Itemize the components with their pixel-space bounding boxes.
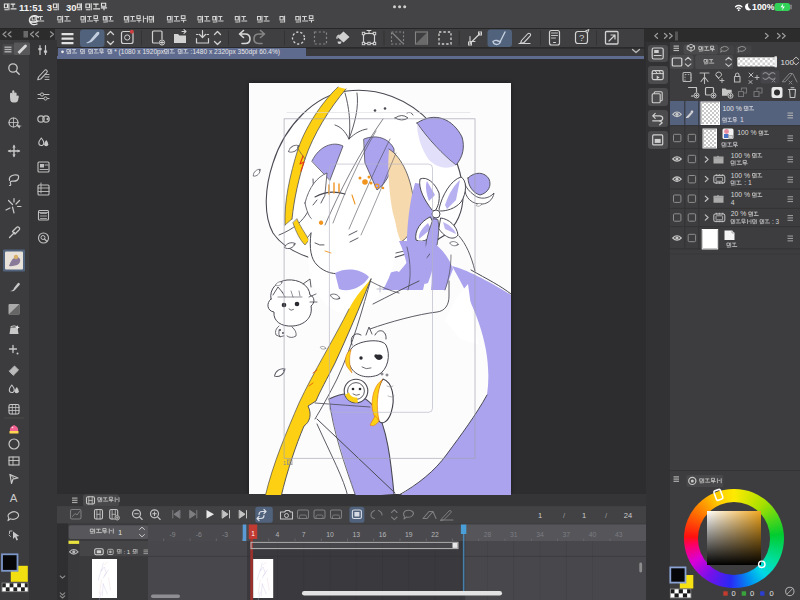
svg-text:4: 4 — [276, 531, 280, 538]
svg-text:-9: -9 — [169, 531, 175, 538]
svg-text:16: 16 — [379, 531, 387, 538]
svg-text:100%: 100% — [752, 2, 775, 12]
svg-text:100 %: 100 % — [731, 172, 750, 179]
svg-text:22: 22 — [431, 531, 439, 538]
svg-text:0: 0 — [770, 589, 774, 598]
svg-text:40: 40 — [589, 531, 597, 538]
svg-text:1: 1 — [251, 530, 255, 537]
svg-text:37: 37 — [562, 531, 570, 538]
svg-text:: 1 :: : 1 : — [123, 548, 134, 555]
svg-text:100 %: 100 % — [737, 129, 756, 136]
svg-text:100 %: 100 % — [731, 191, 750, 198]
svg-text:0: 0 — [750, 589, 754, 598]
svg-text:1: 1 — [740, 116, 744, 123]
svg-text:1: 1 — [582, 511, 586, 520]
svg-text:* (1080 x 1920px: * (1080 x 1920px — [114, 48, 165, 56]
svg-text:11:51: 11:51 — [19, 2, 43, 13]
svg-text:43: 43 — [615, 531, 623, 538]
svg-text:13: 13 — [352, 531, 360, 538]
svg-text:A: A — [10, 492, 18, 504]
svg-text:100 %: 100 % — [723, 105, 742, 112]
svg-text:24: 24 — [624, 511, 632, 520]
svg-text:19: 19 — [405, 531, 413, 538]
svg-text:100 %: 100 % — [731, 152, 750, 159]
svg-text:3: 3 — [47, 2, 52, 13]
svg-text:31: 31 — [510, 531, 518, 538]
svg-text:?: ? — [579, 32, 584, 43]
svg-text:20 %: 20 % — [731, 210, 747, 217]
svg-text:1: 1 — [538, 511, 542, 520]
svg-text:1: 1 — [283, 460, 286, 466]
svg-text:0: 0 — [732, 589, 736, 598]
svg-text:4: 4 — [731, 199, 735, 206]
svg-text:: 3: : 3 — [772, 218, 780, 225]
svg-text::1480 x 2320px 350dpi 60.4%): :1480 x 2320px 350dpi 60.4%) — [191, 48, 280, 56]
svg-text:-3: -3 — [222, 531, 228, 538]
svg-text:7: 7 — [302, 531, 306, 538]
svg-text:100: 100 — [781, 58, 795, 67]
svg-text:28: 28 — [484, 531, 492, 538]
svg-text:34: 34 — [536, 531, 544, 538]
svg-text:-6: -6 — [196, 531, 202, 538]
svg-text:30: 30 — [66, 2, 77, 13]
svg-text:: 1: : 1 — [744, 179, 752, 186]
svg-text:10: 10 — [326, 531, 334, 538]
svg-text:1: 1 — [118, 529, 122, 536]
